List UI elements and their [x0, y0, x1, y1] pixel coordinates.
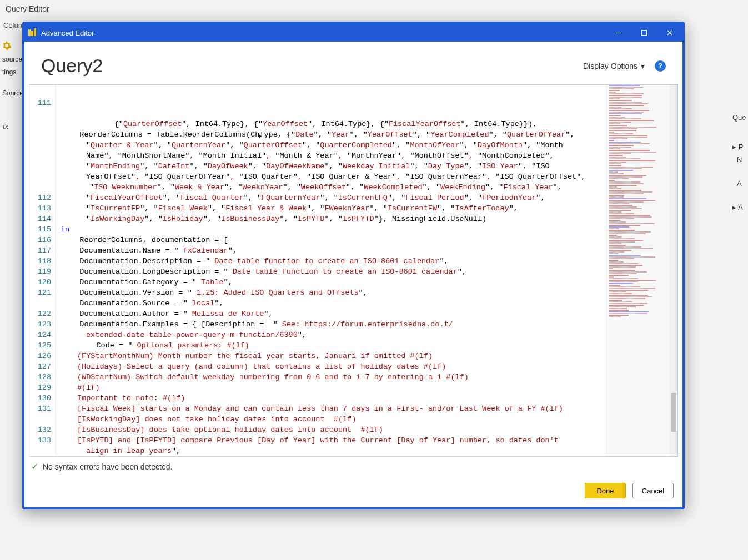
line-gutter: 1111121131141151161171181191201211221231… — [29, 85, 57, 456]
host-right-panel: Que ▸ P N A ▸ A — [731, 111, 748, 214]
gear-icon — [2, 41, 11, 50]
help-button[interactable]: ? — [655, 60, 666, 72]
close-button[interactable] — [657, 24, 682, 42]
check-icon: ✓ — [31, 461, 38, 472]
svg-rect-2 — [34, 28, 36, 36]
dialog-title: Advanced Editor — [41, 29, 606, 37]
status-text: No syntax errors have been detected. — [43, 462, 172, 471]
svg-rect-3 — [616, 33, 621, 33]
host-left-panel: source tings Sources — [0, 39, 22, 100]
fx-label: fx — [3, 122, 8, 130]
cancel-button[interactable]: Cancel — [632, 483, 674, 498]
code-area[interactable]: ✦ {"QuarterOffset", Int64.Type}, {"YearO… — [57, 85, 606, 456]
host-window-title: Query Editor — [0, 0, 748, 18]
display-options-dropdown[interactable]: Display Options ▾ — [583, 62, 645, 70]
chevron-down-icon: ▾ — [641, 62, 645, 70]
titlebar: Advanced Editor — [24, 24, 682, 42]
minimize-button[interactable] — [606, 24, 631, 42]
query-name: Query2 — [41, 55, 103, 77]
status-bar: ✓ No syntax errors have been detected. — [24, 457, 682, 476]
minimap[interactable] — [606, 85, 670, 456]
display-options-label: Display Options — [583, 62, 637, 70]
app-icon — [28, 28, 37, 37]
svg-rect-0 — [28, 29, 31, 36]
vertical-scrollbar[interactable] — [670, 85, 677, 456]
advanced-editor-dialog: Advanced Editor Query2 Display Options ▾… — [22, 22, 685, 509]
done-button[interactable]: Done — [585, 483, 626, 498]
svg-rect-1 — [31, 31, 33, 36]
scrollbar-thumb[interactable] — [671, 393, 676, 432]
svg-rect-4 — [642, 31, 647, 36]
maximize-button[interactable] — [631, 24, 657, 42]
code-editor[interactable]: 1111121131141151161171181191201211221231… — [29, 84, 678, 457]
